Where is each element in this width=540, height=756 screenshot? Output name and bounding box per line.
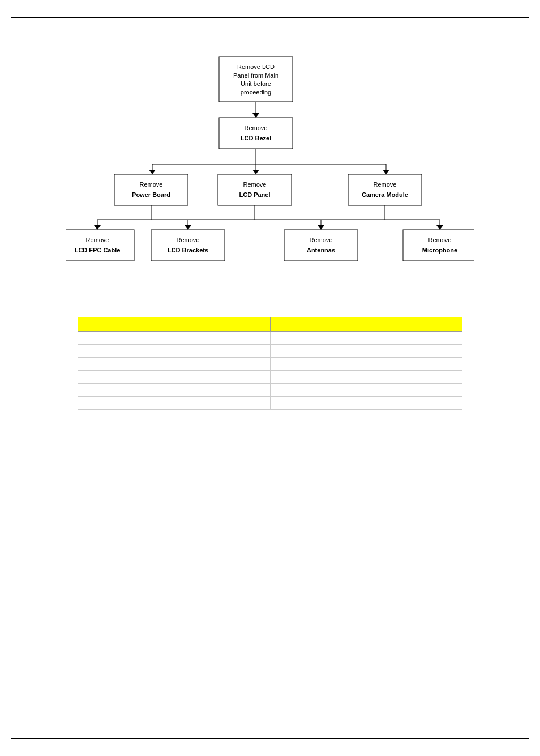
svg-text:Power Board: Power Board (132, 191, 170, 198)
flowchart-container: Remove LCD Panel from Main Unit before p… (23, 51, 517, 294)
table-cell (270, 358, 366, 371)
svg-marker-6 (252, 113, 259, 118)
svg-marker-38 (436, 225, 443, 230)
table-cell (78, 345, 174, 358)
svg-marker-17 (383, 170, 389, 174)
table-cell (366, 345, 462, 358)
svg-rect-18 (114, 174, 188, 205)
svg-text:Remove: Remove (374, 181, 397, 188)
table-header-1 (78, 317, 174, 332)
table-cell (270, 384, 366, 397)
table-header-3 (270, 317, 366, 332)
table-cell (366, 371, 462, 384)
svg-text:Remove: Remove (243, 181, 267, 188)
svg-text:LCD Bezel: LCD Bezel (241, 135, 271, 141)
flowchart-svg: Remove LCD Panel from Main Unit before p… (66, 51, 474, 294)
table-cell (174, 358, 270, 371)
svg-text:Remove: Remove (245, 124, 268, 131)
svg-text:LCD Panel: LCD Panel (239, 191, 270, 198)
page-top-border (11, 17, 529, 18)
svg-text:Remove: Remove (86, 237, 109, 243)
table-cell (174, 397, 270, 410)
svg-text:Remove: Remove (177, 237, 200, 243)
svg-text:Panel from Main: Panel from Main (233, 72, 278, 79)
svg-text:Remove LCD: Remove LCD (237, 63, 275, 70)
svg-rect-45 (284, 230, 358, 261)
table-cell (366, 397, 462, 410)
table-cell (270, 371, 366, 384)
table-cell (174, 332, 270, 345)
svg-text:Antennas: Antennas (307, 247, 335, 254)
table-cell (270, 397, 366, 410)
svg-text:proceeding: proceeding (241, 89, 271, 96)
table-row (78, 358, 462, 371)
svg-text:Camera Module: Camera Module (362, 191, 408, 198)
table-row (78, 384, 462, 397)
svg-text:Unit before: Unit before (241, 80, 271, 87)
table-cell (270, 345, 366, 358)
svg-rect-48 (403, 230, 474, 261)
table-cell (270, 332, 366, 345)
table-cell (78, 384, 174, 397)
page-content: Remove LCD Panel from Main Unit before p… (0, 0, 540, 444)
svg-rect-21 (218, 174, 292, 205)
table-row (78, 397, 462, 410)
table-row (78, 345, 462, 358)
svg-text:LCD FPC Cable: LCD FPC Cable (75, 247, 121, 254)
data-table (78, 317, 462, 410)
table-header-2 (174, 317, 270, 332)
svg-rect-7 (219, 118, 293, 149)
svg-marker-32 (94, 225, 101, 230)
table-row (78, 371, 462, 384)
table-cell (366, 358, 462, 371)
table-cell (78, 397, 174, 410)
svg-text:LCD Brackets: LCD Brackets (168, 247, 208, 254)
table-cell (78, 371, 174, 384)
svg-marker-34 (185, 225, 191, 230)
svg-text:Remove: Remove (428, 237, 452, 243)
svg-text:Remove: Remove (140, 181, 163, 188)
table-cell (174, 384, 270, 397)
svg-rect-42 (151, 230, 225, 261)
svg-text:Microphone: Microphone (422, 247, 457, 254)
table-cell (174, 345, 270, 358)
table-cell (366, 384, 462, 397)
table-header-4 (366, 317, 462, 332)
svg-marker-36 (318, 225, 324, 230)
svg-marker-15 (252, 170, 259, 174)
svg-text:Remove: Remove (310, 237, 333, 243)
svg-marker-13 (149, 170, 156, 174)
table-cell (78, 332, 174, 345)
table-cell (174, 371, 270, 384)
table-cell (78, 358, 174, 371)
svg-rect-24 (348, 174, 422, 205)
table-row (78, 332, 462, 345)
page-bottom-border (11, 738, 529, 739)
svg-rect-39 (66, 230, 134, 261)
table-cell (366, 332, 462, 345)
